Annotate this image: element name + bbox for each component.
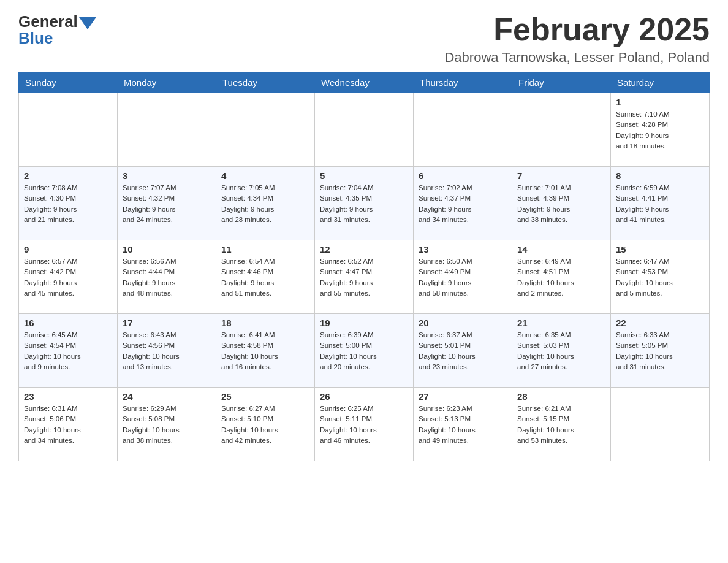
day-info: Sunrise: 7:05 AMSunset: 4:34 PMDaylight:… (221, 183, 309, 225)
table-row: 12Sunrise: 6:52 AMSunset: 4:47 PMDayligh… (315, 240, 414, 314)
day-number: 7 (517, 170, 605, 181)
day-number: 17 (123, 318, 211, 328)
table-row: 10Sunrise: 6:56 AMSunset: 4:44 PMDayligh… (118, 240, 216, 314)
day-info: Sunrise: 6:47 AMSunset: 4:53 PMDaylight:… (616, 256, 704, 299)
page-header: General Blue February 2025 Dabrowa Tarno… (18, 12, 710, 66)
calendar-week-row: 16Sunrise: 6:45 AMSunset: 4:54 PMDayligh… (19, 314, 710, 388)
day-info: Sunrise: 7:02 AMSunset: 4:37 PMDaylight:… (419, 183, 507, 225)
day-info: Sunrise: 6:25 AMSunset: 5:11 PMDaylight:… (320, 404, 408, 446)
calendar-table: Sunday Monday Tuesday Wednesday Thursday… (18, 72, 710, 461)
table-row: 8Sunrise: 6:59 AMSunset: 4:41 PMDaylight… (611, 167, 710, 240)
day-info: Sunrise: 6:41 AMSunset: 4:58 PMDaylight:… (221, 330, 309, 372)
day-number: 14 (517, 244, 605, 255)
table-row: 7Sunrise: 7:01 AMSunset: 4:39 PMDaylight… (512, 167, 611, 240)
day-number: 19 (320, 318, 408, 328)
day-number: 2 (24, 170, 112, 181)
day-info: Sunrise: 6:29 AMSunset: 5:08 PMDaylight:… (123, 404, 211, 446)
day-number: 3 (123, 170, 211, 181)
day-number: 13 (419, 244, 507, 255)
table-row: 18Sunrise: 6:41 AMSunset: 4:58 PMDayligh… (216, 314, 315, 388)
day-info: Sunrise: 6:50 AMSunset: 4:49 PMDaylight:… (419, 256, 507, 299)
table-row: 1Sunrise: 7:10 AMSunset: 4:28 PMDaylight… (611, 93, 710, 167)
table-row: 16Sunrise: 6:45 AMSunset: 4:54 PMDayligh… (19, 314, 118, 388)
day-number: 5 (320, 170, 408, 181)
table-row: 2Sunrise: 7:08 AMSunset: 4:30 PMDaylight… (19, 167, 118, 240)
header-saturday: Saturday (611, 72, 710, 93)
day-number: 23 (24, 391, 112, 402)
header-wednesday: Wednesday (315, 72, 414, 93)
day-number: 8 (616, 170, 704, 181)
day-number: 11 (221, 244, 309, 255)
day-number: 28 (517, 391, 605, 402)
header-thursday: Thursday (414, 72, 512, 93)
table-row: 5Sunrise: 7:04 AMSunset: 4:35 PMDaylight… (315, 167, 414, 240)
day-info: Sunrise: 6:37 AMSunset: 5:01 PMDaylight:… (419, 330, 507, 372)
day-number: 4 (221, 170, 309, 181)
table-row: 6Sunrise: 7:02 AMSunset: 4:37 PMDaylight… (414, 167, 512, 240)
day-info: Sunrise: 6:27 AMSunset: 5:10 PMDaylight:… (221, 404, 309, 446)
day-info: Sunrise: 6:56 AMSunset: 4:44 PMDaylight:… (123, 256, 211, 299)
day-number: 27 (419, 391, 507, 402)
table-row: 13Sunrise: 6:50 AMSunset: 4:49 PMDayligh… (414, 240, 512, 314)
day-info: Sunrise: 6:45 AMSunset: 4:54 PMDaylight:… (24, 330, 112, 372)
day-number: 21 (517, 318, 605, 328)
day-number: 9 (24, 244, 112, 255)
page-title: February 2025 (444, 12, 710, 47)
table-row: 3Sunrise: 7:07 AMSunset: 4:32 PMDaylight… (118, 167, 216, 240)
table-row (118, 93, 216, 167)
day-info: Sunrise: 7:01 AMSunset: 4:39 PMDaylight:… (517, 183, 605, 225)
day-number: 1 (616, 97, 704, 107)
day-info: Sunrise: 7:10 AMSunset: 4:28 PMDaylight:… (616, 109, 704, 151)
day-number: 6 (419, 170, 507, 181)
day-number: 12 (320, 244, 408, 255)
logo-triangle-icon (79, 17, 96, 29)
table-row (19, 93, 118, 167)
table-row: 28Sunrise: 6:21 AMSunset: 5:15 PMDayligh… (512, 388, 611, 461)
day-number: 15 (616, 244, 704, 255)
day-number: 20 (419, 318, 507, 328)
logo: General Blue (18, 12, 96, 48)
table-row: 23Sunrise: 6:31 AMSunset: 5:06 PMDayligh… (19, 388, 118, 461)
table-row: 26Sunrise: 6:25 AMSunset: 5:11 PMDayligh… (315, 388, 414, 461)
day-info: Sunrise: 6:49 AMSunset: 4:51 PMDaylight:… (517, 256, 605, 299)
day-info: Sunrise: 6:54 AMSunset: 4:46 PMDaylight:… (221, 256, 309, 299)
table-row: 11Sunrise: 6:54 AMSunset: 4:46 PMDayligh… (216, 240, 315, 314)
table-row (315, 93, 414, 167)
day-number: 24 (123, 391, 211, 402)
day-info: Sunrise: 6:35 AMSunset: 5:03 PMDaylight:… (517, 330, 605, 372)
day-info: Sunrise: 6:33 AMSunset: 5:05 PMDaylight:… (616, 330, 704, 372)
day-number: 18 (221, 318, 309, 328)
day-number: 16 (24, 318, 112, 328)
day-info: Sunrise: 6:52 AMSunset: 4:47 PMDaylight:… (320, 256, 408, 299)
calendar-week-row: 2Sunrise: 7:08 AMSunset: 4:30 PMDaylight… (19, 167, 710, 240)
table-row: 25Sunrise: 6:27 AMSunset: 5:10 PMDayligh… (216, 388, 315, 461)
table-row: 4Sunrise: 7:05 AMSunset: 4:34 PMDaylight… (216, 167, 315, 240)
table-row (512, 93, 611, 167)
table-row: 22Sunrise: 6:33 AMSunset: 5:05 PMDayligh… (611, 314, 710, 388)
day-info: Sunrise: 6:43 AMSunset: 4:56 PMDaylight:… (123, 330, 211, 372)
table-row (414, 93, 512, 167)
table-row (611, 388, 710, 461)
day-info: Sunrise: 6:59 AMSunset: 4:41 PMDaylight:… (616, 183, 704, 225)
day-number: 26 (320, 391, 408, 402)
title-section: February 2025 Dabrowa Tarnowska, Lesser … (444, 12, 710, 66)
day-number: 25 (221, 391, 309, 402)
day-number: 22 (616, 318, 704, 328)
header-tuesday: Tuesday (216, 72, 315, 93)
table-row: 21Sunrise: 6:35 AMSunset: 5:03 PMDayligh… (512, 314, 611, 388)
table-row: 9Sunrise: 6:57 AMSunset: 4:42 PMDaylight… (19, 240, 118, 314)
subtitle: Dabrowa Tarnowska, Lesser Poland, Poland (444, 50, 710, 66)
day-info: Sunrise: 6:39 AMSunset: 5:00 PMDaylight:… (320, 330, 408, 372)
table-row: 27Sunrise: 6:23 AMSunset: 5:13 PMDayligh… (414, 388, 512, 461)
day-info: Sunrise: 7:07 AMSunset: 4:32 PMDaylight:… (123, 183, 211, 225)
table-row: 17Sunrise: 6:43 AMSunset: 4:56 PMDayligh… (118, 314, 216, 388)
header-monday: Monday (118, 72, 216, 93)
day-info: Sunrise: 6:21 AMSunset: 5:15 PMDaylight:… (517, 404, 605, 446)
day-number: 10 (123, 244, 211, 255)
calendar-week-row: 9Sunrise: 6:57 AMSunset: 4:42 PMDaylight… (19, 240, 710, 314)
table-row (216, 93, 315, 167)
calendar-header-row: Sunday Monday Tuesday Wednesday Thursday… (19, 72, 710, 93)
day-info: Sunrise: 7:04 AMSunset: 4:35 PMDaylight:… (320, 183, 408, 225)
table-row: 19Sunrise: 6:39 AMSunset: 5:00 PMDayligh… (315, 314, 414, 388)
table-row: 14Sunrise: 6:49 AMSunset: 4:51 PMDayligh… (512, 240, 611, 314)
